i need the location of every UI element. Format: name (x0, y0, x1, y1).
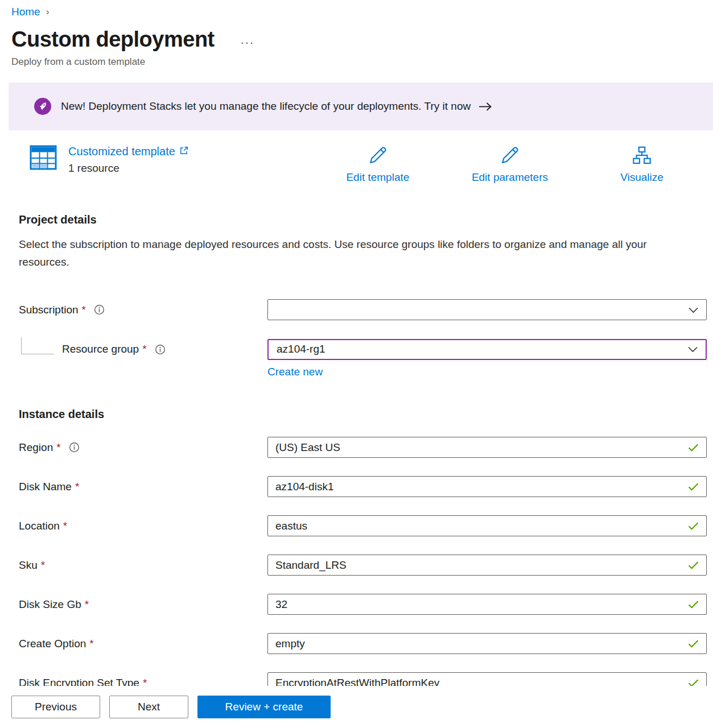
breadcrumb-separator: › (46, 6, 50, 18)
sku-input-wrap (267, 555, 707, 576)
previous-button[interactable]: Previous (11, 696, 100, 718)
title-row: Custom deployment ... (0, 27, 713, 52)
edit-template-button[interactable]: Edit template (341, 145, 415, 184)
breadcrumb: Home › (0, 0, 713, 18)
breadcrumb-home-link[interactable]: Home (11, 6, 40, 18)
info-icon[interactable] (69, 442, 80, 453)
template-table-icon (30, 145, 57, 175)
valid-check-icon (688, 522, 699, 530)
required-asterisk: * (89, 638, 93, 650)
resource-group-dropdown[interactable]: az104-rg1 (267, 339, 707, 360)
page-subtitle: Deploy from a custom template (0, 56, 713, 68)
banner-message: New! Deployment Stacks let you manage th… (61, 100, 471, 113)
footer-action-bar: Previous Next Review + create (0, 686, 713, 728)
template-summary: Customized template 1 resource (30, 145, 188, 175)
visualize-button[interactable]: Visualize (605, 145, 679, 184)
resource-group-row: Resource group * az104-rg1 (19, 337, 707, 361)
next-button[interactable]: Next (109, 696, 188, 718)
resource-count: 1 resource (68, 162, 188, 175)
required-asterisk: * (75, 481, 79, 493)
pencil-icon (500, 145, 520, 168)
disk-name-label: Disk Name (19, 481, 72, 493)
subscription-row: Subscription * (19, 299, 707, 320)
location-label: Location (19, 520, 60, 532)
valid-check-icon (688, 639, 699, 648)
chevron-down-icon (689, 304, 698, 316)
pencil-icon (368, 145, 388, 168)
disk-size-input[interactable] (267, 594, 707, 615)
location-row: Location * (19, 515, 707, 536)
required-asterisk: * (63, 520, 67, 532)
more-menu-button[interactable]: ... (241, 34, 254, 46)
required-asterisk: * (85, 598, 89, 611)
template-card: Customized template 1 resource E (30, 145, 696, 184)
template-text: Customized template 1 resource (68, 145, 188, 175)
disk-name-label-group: Disk Name * (19, 481, 267, 493)
subscription-input-wrap (267, 299, 707, 320)
template-actions: Edit template Edit parameters Visualiz (341, 145, 679, 184)
region-input[interactable] (267, 437, 707, 458)
info-icon[interactable] (94, 304, 105, 315)
region-row: Region * (19, 437, 707, 458)
project-details-heading: Project details (19, 213, 713, 226)
valid-check-icon (688, 600, 699, 609)
required-asterisk: * (56, 441, 60, 454)
instance-details-heading: Instance details (19, 408, 713, 421)
resource-group-label-group: Resource group * (19, 337, 267, 361)
resource-group-value: az104-rg1 (277, 343, 325, 355)
edit-parameters-button[interactable]: Edit parameters (472, 145, 548, 184)
required-asterisk: * (41, 559, 45, 572)
location-label-group: Location * (19, 520, 267, 532)
deployment-stacks-banner: New! Deployment Stacks let you manage th… (9, 82, 713, 130)
subscription-label-group: Subscription * (19, 304, 267, 316)
region-label: Region (19, 441, 53, 454)
edit-parameters-label: Edit parameters (472, 171, 548, 184)
disk-size-input-wrap (267, 594, 707, 615)
create-option-label-group: Create Option * (19, 638, 267, 650)
create-option-row: Create Option * (19, 633, 707, 654)
region-label-group: Region * (19, 441, 267, 454)
rocket-icon (34, 98, 51, 115)
subscription-dropdown[interactable] (267, 299, 707, 320)
location-input-wrap (267, 515, 707, 536)
create-new-row: Create new (267, 366, 713, 378)
sku-row: Sku * (19, 555, 707, 576)
external-link-icon[interactable] (179, 146, 188, 158)
create-new-link[interactable]: Create new (267, 366, 323, 378)
create-option-input-wrap (267, 633, 707, 654)
resource-group-label: Resource group (62, 343, 139, 355)
page-title: Custom deployment (11, 27, 215, 52)
project-details-description: Select the subscription to manage deploy… (19, 235, 673, 271)
sku-input[interactable] (267, 555, 707, 576)
disk-size-label-group: Disk Size Gb * (19, 598, 267, 611)
disk-size-label: Disk Size Gb (19, 598, 81, 611)
required-asterisk: * (82, 304, 86, 316)
arrow-right-icon[interactable] (479, 102, 492, 111)
disk-name-input[interactable] (267, 476, 707, 497)
chevron-down-icon (688, 343, 698, 355)
resource-group-input-wrap: az104-rg1 (267, 339, 707, 360)
create-option-input[interactable] (267, 633, 707, 654)
disk-size-row: Disk Size Gb * (19, 594, 707, 615)
review-create-button[interactable]: Review + create (197, 696, 331, 718)
valid-check-icon (688, 482, 699, 491)
visualize-icon (632, 145, 652, 168)
region-input-wrap (267, 437, 707, 458)
sku-label-group: Sku * (19, 559, 267, 572)
sku-label: Sku (19, 559, 38, 572)
required-asterisk: * (142, 343, 146, 355)
create-option-label: Create Option (19, 638, 86, 650)
disk-name-input-wrap (267, 476, 707, 497)
valid-check-icon (688, 443, 699, 452)
customized-template-link[interactable]: Customized template (68, 145, 175, 158)
disk-name-row: Disk Name * (19, 476, 707, 497)
subscription-label: Subscription (19, 304, 79, 316)
info-icon[interactable] (155, 344, 166, 355)
visualize-label: Visualize (620, 171, 663, 184)
valid-check-icon (688, 561, 699, 569)
location-input[interactable] (267, 515, 707, 536)
hierarchy-connector-line (21, 337, 54, 354)
edit-template-label: Edit template (346, 171, 409, 184)
